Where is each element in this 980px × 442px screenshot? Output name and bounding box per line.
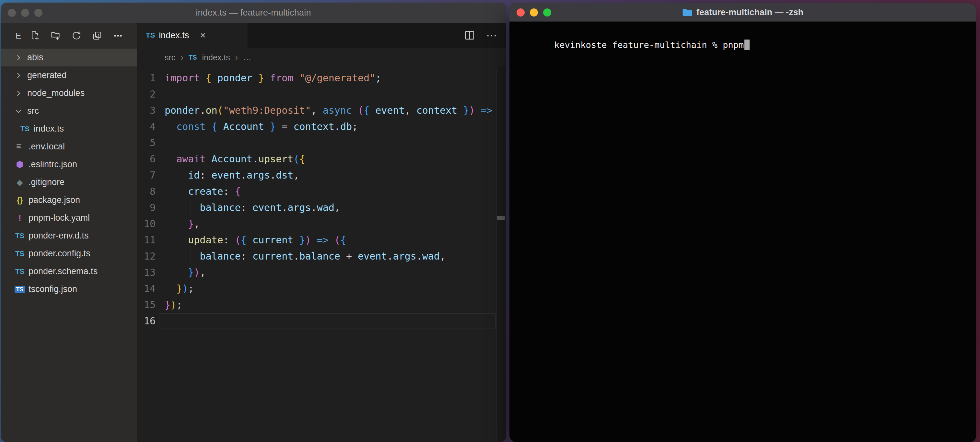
folder-label: node_modules — [27, 88, 84, 98]
code-line-5: 5 — [137, 135, 506, 151]
file-label: package.json — [29, 195, 80, 205]
tab-index-ts[interactable]: TS index.ts × — [137, 23, 248, 48]
editor-more-actions-icon[interactable]: ⋯ — [486, 29, 498, 42]
file-label: ponder.config.ts — [29, 248, 91, 259]
file-label: ponder-env.d.ts — [29, 231, 89, 241]
code-text: import { ponder } from "@/generated"; — [165, 70, 381, 86]
vscode-window: index.ts — feature-multichain E — [1, 3, 506, 442]
sidebar-item-pnpm-lock-yaml[interactable]: !pnpm-lock.yaml — [1, 209, 137, 227]
chevron-right-icon — [14, 71, 23, 80]
code-line-4: 4 const { Account } = context.db; — [137, 119, 506, 135]
sidebar-item-ponder-env-d-ts[interactable]: TSponder-env.d.ts — [1, 227, 137, 245]
sidebar-item-generated[interactable]: generated — [1, 67, 137, 84]
chevron-down-icon — [14, 107, 23, 115]
prompt-symbol: % — [712, 40, 718, 50]
vertical-scrollbar[interactable] — [496, 67, 506, 442]
git-file-icon: ◆ — [14, 178, 26, 187]
line-number: 12 — [137, 248, 156, 264]
json-file-icon: {} — [14, 196, 26, 205]
tsconfig-file-icon: TS — [14, 286, 26, 293]
line-number: 1 — [137, 70, 156, 86]
sidebar-item-tsconfig-json[interactable]: TStsconfig.json — [1, 280, 137, 298]
shell-prompt: kevinkoste feature-multichain % pnpm — [512, 25, 974, 65]
line-number: 5 — [137, 135, 156, 151]
settings-file-icon — [14, 143, 26, 151]
file-label: .env.local — [29, 142, 65, 152]
code-text: id: event.args.dst, — [165, 167, 299, 183]
sidebar-item-package-json[interactable]: {}package.json — [1, 191, 137, 209]
close-tab-icon[interactable]: × — [200, 30, 206, 40]
sidebar-item-src[interactable]: src — [1, 102, 137, 120]
sidebar-item--env-local[interactable]: .env.local — [1, 138, 137, 156]
file-label: tsconfig.json — [29, 284, 77, 294]
code-text: }); — [165, 297, 182, 313]
line-number: 11 — [137, 232, 156, 248]
breadcrumb-src[interactable]: src — [165, 53, 175, 62]
line-number: 16 — [137, 313, 156, 329]
line-number: 14 — [137, 281, 156, 297]
line-number: 7 — [137, 167, 156, 183]
more-actions-icon[interactable] — [113, 30, 124, 41]
code-text: ponder.on("weth9:Deposit", async ({ even… — [165, 102, 493, 119]
explorer-sidebar: E — [1, 23, 137, 442]
terminal-titlebar[interactable]: feature-multichain — -zsh — [509, 3, 976, 22]
new-folder-icon[interactable] — [50, 30, 61, 41]
file-label: index.ts — [34, 124, 64, 134]
breadcrumb-file[interactable]: index.ts — [202, 53, 230, 62]
chevron-right-icon: › — [180, 52, 183, 62]
sidebar-item--eslintrc-json[interactable]: ⬢.eslintrc.json — [1, 156, 137, 173]
tab-label: index.ts — [159, 30, 189, 40]
code-text: create: { — [165, 183, 241, 200]
sidebar-item-index-ts[interactable]: TSindex.ts — [1, 120, 137, 138]
new-file-icon[interactable] — [30, 30, 40, 41]
terminal-cursor — [745, 40, 749, 50]
code-text: balance: event.args.wad, — [165, 200, 340, 216]
code-line-14: 14 }); — [137, 281, 506, 297]
code-line-2: 2 — [137, 86, 506, 102]
sidebar-item-ponder-config-ts[interactable]: TSponder.config.ts — [1, 245, 137, 262]
refresh-icon[interactable] — [71, 30, 82, 41]
typescript-file-icon: TS — [14, 250, 26, 258]
window-title: index.ts — feature-multichain — [1, 8, 506, 18]
code-editor[interactable]: 1import { ponder } from "@/generated";23… — [137, 67, 506, 442]
file-tree: abisgeneratednode_modulessrcTSindex.ts.e… — [1, 49, 137, 442]
file-label: .gitignore — [29, 177, 65, 187]
chevron-right-icon — [14, 89, 23, 97]
sidebar-item--gitignore[interactable]: ◆.gitignore — [1, 173, 137, 191]
typescript-file-icon: TS — [146, 31, 155, 40]
code-line-15: 15}); — [137, 297, 506, 313]
file-label: pnpm-lock.yaml — [29, 213, 90, 223]
code-text: balance: current.balance + event.args.wa… — [165, 248, 445, 264]
code-line-8: 8 create: { — [137, 183, 506, 200]
code-line-12: 12 balance: current.balance + event.args… — [137, 248, 506, 264]
sidebar-item-node-modules[interactable]: node_modules — [1, 84, 137, 102]
code-line-3: 3ponder.on("weth9:Deposit", async ({ eve… — [137, 102, 506, 119]
code-text: const { Account } = context.db; — [165, 119, 358, 135]
breadcrumb-symbol[interactable]: … — [243, 53, 251, 62]
terminal-title-text: feature-multichain — -zsh — [697, 8, 803, 17]
code-text: }); — [165, 281, 194, 297]
typescript-file-icon: TS — [14, 232, 26, 240]
code-line-11: 11 update: ({ current }) => ({ — [137, 232, 506, 248]
line-number: 15 — [137, 297, 156, 313]
collapse-all-icon[interactable] — [92, 30, 103, 41]
code-text: }, — [165, 216, 200, 232]
sidebar-item-abis[interactable]: abis — [1, 49, 137, 67]
eslint-file-icon: ⬢ — [14, 159, 26, 170]
split-editor-icon[interactable] — [464, 30, 475, 41]
prompt-directory: feature-multichain — [612, 40, 707, 50]
tab-bar: TS index.ts × ⋯ — [137, 23, 506, 48]
vscode-titlebar[interactable]: index.ts — feature-multichain — [1, 3, 506, 23]
terminal-content[interactable]: kevinkoste feature-multichain % pnpm — [509, 22, 976, 442]
sidebar-item-ponder-schema-ts[interactable]: TSponder.schema.ts — [1, 262, 137, 280]
line-number: 9 — [137, 200, 156, 216]
typescript-file-icon: TS — [14, 267, 26, 276]
code-line-6: 6 await Account.upsert({ — [137, 151, 506, 167]
code-line-13: 13 }), — [137, 264, 506, 281]
line-number: 6 — [137, 151, 156, 167]
line-number: 13 — [137, 264, 156, 281]
yaml-lock-file-icon: ! — [14, 213, 26, 223]
code-text: }), — [165, 264, 205, 281]
scrollbar-thumb[interactable] — [497, 216, 505, 220]
line-number: 8 — [137, 183, 156, 200]
